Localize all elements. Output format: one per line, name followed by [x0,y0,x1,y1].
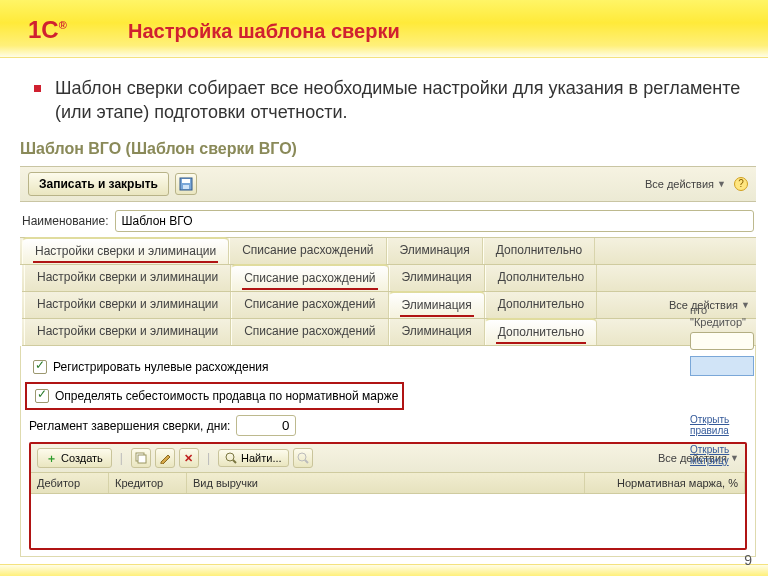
reglament-days-input[interactable] [236,415,296,436]
open-matrix-link[interactable]: Открыть матрицу [690,444,754,466]
peek-creditor-label: нто "Кредитор" [690,304,754,328]
tabs-row-1: Настройки сверки и элиминации Списание р… [20,237,756,265]
tab-elimination[interactable]: Элиминация [389,291,485,318]
tab-elimination[interactable]: Элиминация [389,319,485,345]
svg-point-5 [226,453,234,461]
copy-icon [135,452,147,464]
tab-settings[interactable]: Настройки сверки и элиминации [24,292,231,318]
separator-icon: | [207,451,210,465]
svg-line-8 [305,460,308,463]
tab-settings[interactable]: Настройки сверки и элиминации [24,265,231,291]
edit-button[interactable] [155,448,175,468]
tab-additional[interactable]: Дополнительно [483,238,595,264]
all-actions-dropdown[interactable]: Все действия▼ [645,178,726,190]
bullet-icon [34,85,41,92]
svg-line-6 [233,460,236,463]
open-rules-link[interactable]: Открыть правила [690,414,754,436]
page-number: 9 [744,552,752,568]
tab-additional[interactable]: Дополнительно [485,265,597,291]
highlight-box: Определять себестоимость продавца по нор… [25,382,404,410]
underline-icon [33,261,218,263]
svg-point-7 [298,453,306,461]
footer-band [0,564,768,576]
grid-header: Дебитор Кредитор Вид выручки Нормативная… [31,473,745,494]
name-label: Наименование: [22,214,109,228]
save-button[interactable] [175,173,197,195]
search-icon [225,452,237,464]
tab-settings[interactable]: Настройки сверки и элиминации [24,319,231,345]
form-toolbar: Записать и закрыть Все действия▼ ? [20,166,756,202]
checkbox-register-zero-label: Регистрировать нулевые расхождения [53,360,269,374]
col-revenue-type[interactable]: Вид выручки [187,473,585,493]
additional-panel: Регистрировать нулевые расхождения Опред… [20,346,756,557]
tab-writeoff[interactable]: Списание расхождений [231,264,388,291]
brand-logo: 1C® [28,16,67,44]
underline-icon [242,288,377,290]
svg-rect-2 [183,185,189,189]
help-button[interactable]: ? [734,177,748,191]
tab-writeoff[interactable]: Списание расхождений [229,238,386,264]
peek-field[interactable] [690,332,754,350]
checkbox-cost-margin[interactable] [35,389,49,403]
col-margin[interactable]: Нормативная маржа, % [585,473,745,493]
tab-elimination[interactable]: Элиминация [389,265,485,291]
margin-grid: ＋ Создать | ✕ | [29,442,747,550]
svg-rect-1 [182,179,190,183]
floppy-icon [179,177,193,191]
slide-title: Настройка шаблона сверки [128,20,400,43]
underline-icon [496,342,586,344]
peek-selected-row[interactable] [690,356,754,376]
tab-settings[interactable]: Настройки сверки и элиминации [22,237,229,264]
form-window-title: Шаблон ВГО (Шаблон сверки ВГО) [20,140,756,158]
tab-elimination[interactable]: Элиминация [387,238,483,264]
checkbox-cost-margin-label: Определять себестоимость продавца по нор… [55,389,398,403]
find-button[interactable]: Найти... [218,449,289,467]
grid-toolbar: ＋ Создать | ✕ | [31,444,745,473]
delete-button[interactable]: ✕ [179,448,199,468]
pencil-icon [159,452,171,464]
tab-additional[interactable]: Дополнительно [485,292,597,318]
reglament-days-label: Регламент завершения сверки, дни: [29,419,230,433]
tab-additional[interactable]: Дополнительно [485,318,597,345]
create-button[interactable]: ＋ Создать [37,448,112,468]
peek-right-fragment: нто "Кредитор" Открыть правила Открыть м… [690,304,754,470]
col-creditor[interactable]: Кредитор [109,473,187,493]
chevron-down-icon: ▼ [717,179,726,189]
checkbox-register-zero[interactable] [33,360,47,374]
tabs-row-4: Настройки сверки и элиминации Списание р… [22,318,756,346]
bullet-text: Шаблон сверки собирает все необходимые н… [55,76,748,125]
col-debtor[interactable]: Дебитор [31,473,109,493]
clear-find-button[interactable] [293,448,313,468]
save-and-close-button[interactable]: Записать и закрыть [28,172,169,196]
name-input[interactable] [115,210,754,232]
search-cancel-icon [297,452,309,464]
plus-icon: ＋ [46,451,57,466]
tab-writeoff[interactable]: Списание расхождений [231,292,388,318]
copy-button[interactable] [131,448,151,468]
svg-rect-4 [138,455,146,463]
tab-writeoff[interactable]: Списание расхождений [231,319,388,345]
tabs-row-2: Настройки сверки и элиминации Списание р… [22,264,756,292]
x-icon: ✕ [184,452,193,465]
underline-icon [400,315,474,317]
separator-icon: | [120,451,123,465]
grid-body[interactable] [31,494,745,548]
tabs-row-3: Настройки сверки и элиминации Списание р… [22,291,756,319]
